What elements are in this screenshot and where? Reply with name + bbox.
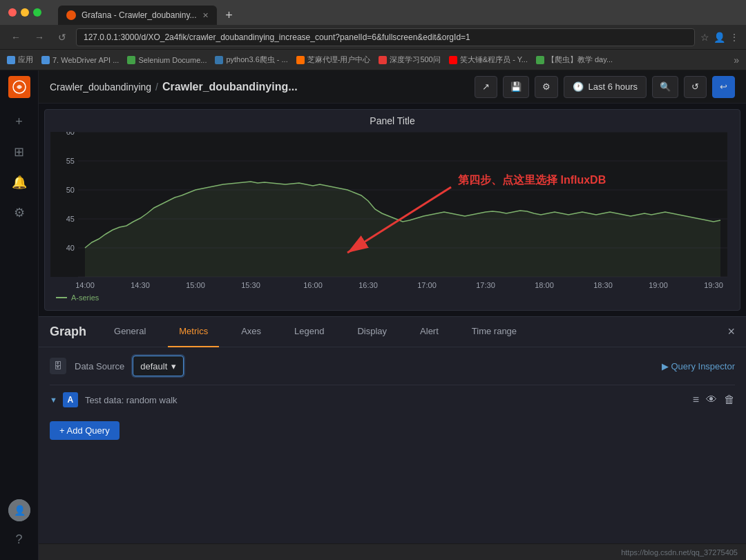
forward-button[interactable]: → xyxy=(30,30,48,44)
bookmark-python-label: python3.6爬虫 - ... xyxy=(226,55,287,65)
svg-text:17:30: 17:30 xyxy=(476,281,495,289)
grid-icon: ⊞ xyxy=(14,144,24,160)
back-button[interactable]: ← xyxy=(7,30,25,44)
python-icon xyxy=(215,56,223,64)
bookmark-shendu[interactable]: 深度学习500问 xyxy=(379,55,440,65)
topbar-actions: ↗ 💾 ⚙ 🕐 Last 6 hours 🔍 ↺ xyxy=(475,76,735,98)
main-content: Crawler_doubandinying / Crawler_doubandi… xyxy=(39,70,746,560)
svg-text:19:00: 19:00 xyxy=(649,281,668,289)
svg-text:第四步、点这里选择 InfluxDB: 第四步、点这里选择 InfluxDB xyxy=(458,173,606,186)
query-description: Test data: random walk xyxy=(85,395,178,405)
query-expand-icon[interactable]: ▼ xyxy=(50,396,57,404)
tab-time-range[interactable]: Time range xyxy=(461,317,528,347)
svg-text:15:00: 15:00 xyxy=(186,281,205,289)
query-delete-icon[interactable]: 🗑 xyxy=(724,394,735,406)
tab-display[interactable]: Display xyxy=(346,317,398,347)
bookmark-selenium[interactable]: Selenium Docume... xyxy=(127,56,207,64)
menu-icon[interactable]: ⋮ xyxy=(729,32,739,43)
tab-metrics[interactable]: Metrics xyxy=(168,317,219,347)
svg-text:👤: 👤 xyxy=(13,505,26,516)
svg-text:16:00: 16:00 xyxy=(303,281,323,289)
nav-icons: ☆ 👤 ⋮ xyxy=(700,32,739,43)
sidebar: + ⊞ 🔔 ⚙ 👤 ? xyxy=(0,70,39,560)
datasource-select[interactable]: default ▾ xyxy=(133,356,184,376)
bookmark-selenium-label: Selenium Docume... xyxy=(138,56,207,64)
bookmark-webdriver-label: 7. WebDriver API ... xyxy=(52,56,119,64)
settings-button[interactable]: ⚙ xyxy=(535,76,558,98)
maximize-dot[interactable] xyxy=(33,8,41,17)
back-button[interactable]: ↩ xyxy=(712,76,735,98)
browser-addressbar: ← → ↺ ☆ 👤 ⋮ xyxy=(0,25,746,50)
close-editor-button[interactable]: × xyxy=(727,325,735,339)
panel-container: Panel Title 60 55 50 45 xyxy=(44,109,740,311)
save-icon: 💾 xyxy=(510,81,522,92)
breadcrumb-separator: / xyxy=(155,81,158,93)
tab-general[interactable]: General xyxy=(103,317,157,347)
bookmark-crawl[interactable]: 【爬虫】教学 day... xyxy=(536,55,613,65)
svg-text:50: 50 xyxy=(66,186,75,194)
account-icon[interactable]: 👤 xyxy=(714,32,725,43)
close-dot[interactable] xyxy=(8,8,17,17)
bookmark-zhima[interactable]: 芝麻代理-用户中心 xyxy=(296,55,371,65)
breadcrumb-current[interactable]: Crawler_doubandinying... xyxy=(162,81,298,93)
metrics-content: 🗄 Data Source default ▾ ▶ Query Inspecto… xyxy=(39,347,746,455)
time-range-label: Last 6 hours xyxy=(588,81,638,92)
plus-icon: + xyxy=(15,115,23,129)
selenium-icon xyxy=(127,56,135,64)
time-range-button[interactable]: 🕐 Last 6 hours xyxy=(564,76,647,98)
save-button[interactable]: 💾 xyxy=(503,76,529,98)
address-bar[interactable] xyxy=(76,28,695,46)
sidebar-item-settings[interactable]: ⚙ xyxy=(6,199,33,226)
tab-legend[interactable]: Legend xyxy=(283,317,335,347)
tab-alert[interactable]: Alert xyxy=(409,317,450,347)
tab-favicon xyxy=(66,10,76,20)
query-inspector-button[interactable]: ▶ Query Inspector xyxy=(662,361,735,371)
tab-close-btn[interactable]: ✕ xyxy=(202,11,209,20)
svg-text:45: 45 xyxy=(66,215,75,223)
bookmark-apps[interactable]: 应用 xyxy=(7,55,33,65)
sidebar-item-help[interactable]: ? xyxy=(6,525,33,553)
browser-dots xyxy=(8,8,41,17)
share-icon: ↗ xyxy=(482,81,490,92)
legend-color xyxy=(56,297,67,298)
editor-title: Graph xyxy=(50,325,86,339)
new-tab-button[interactable]: + xyxy=(220,6,239,25)
active-tab[interactable]: Grafana - Crawler_doubaniny... ✕ xyxy=(58,6,217,25)
tab-axes[interactable]: Axes xyxy=(230,317,272,347)
bookmark-shendu-label: 深度学习500问 xyxy=(390,55,440,65)
sidebar-item-plus[interactable]: + xyxy=(6,108,33,135)
user-avatar[interactable]: 👤 xyxy=(8,499,30,521)
add-query-button[interactable]: + Add Query xyxy=(50,421,119,440)
search-button[interactable]: 🔍 xyxy=(652,76,678,98)
svg-text:60: 60 xyxy=(66,132,75,136)
bookmark-xiaobi[interactable]: 笑大锤&程序员 - Y... xyxy=(449,55,528,65)
xiaobi-icon xyxy=(449,56,457,64)
bell-icon: 🔔 xyxy=(12,175,27,190)
query-reorder-icon[interactable]: ≡ xyxy=(693,394,699,406)
search-icon: 🔍 xyxy=(660,81,671,92)
browser-frame: Grafana - Crawler_doubaniny... ✕ + ← → ↺… xyxy=(0,0,746,70)
webdriver-icon xyxy=(41,56,50,64)
svg-text:18:30: 18:30 xyxy=(593,281,613,289)
chart-wrapper: 60 55 50 45 40 14:00 14:30 15:00 15:30 1… xyxy=(45,132,740,310)
sidebar-item-alerts[interactable]: 🔔 xyxy=(6,168,33,196)
query-eye-icon[interactable]: 👁 xyxy=(706,394,717,406)
crawl-icon xyxy=(536,56,544,64)
share-button[interactable]: ↗ xyxy=(475,76,497,98)
more-bookmarks-btn[interactable]: » xyxy=(734,55,739,66)
bookmark-python[interactable]: python3.6爬虫 - ... xyxy=(215,55,287,65)
svg-text:15:30: 15:30 xyxy=(241,281,260,289)
bookmark-icon[interactable]: ☆ xyxy=(700,32,709,43)
reload-button[interactable]: ↺ xyxy=(54,30,70,44)
sidebar-item-dashboards[interactable]: ⊞ xyxy=(6,138,33,166)
minimize-dot[interactable] xyxy=(21,8,29,17)
topbar: Crawler_doubandinying / Crawler_doubandi… xyxy=(39,70,746,104)
datasource-label: Data Source xyxy=(75,361,124,371)
bookmark-webdriver[interactable]: 7. WebDriver API ... xyxy=(41,56,119,64)
back-icon: ↩ xyxy=(720,81,727,92)
refresh-button[interactable]: ↺ xyxy=(684,76,707,98)
sidebar-bottom: 👤 ? xyxy=(6,499,33,554)
breadcrumb-parent[interactable]: Crawler_doubandinying xyxy=(50,81,151,93)
statusbar: https://blog.csdn.net/qq_37275405 xyxy=(39,543,746,560)
browser-tabs: Grafana - Crawler_doubaniny... ✕ + xyxy=(58,0,239,25)
